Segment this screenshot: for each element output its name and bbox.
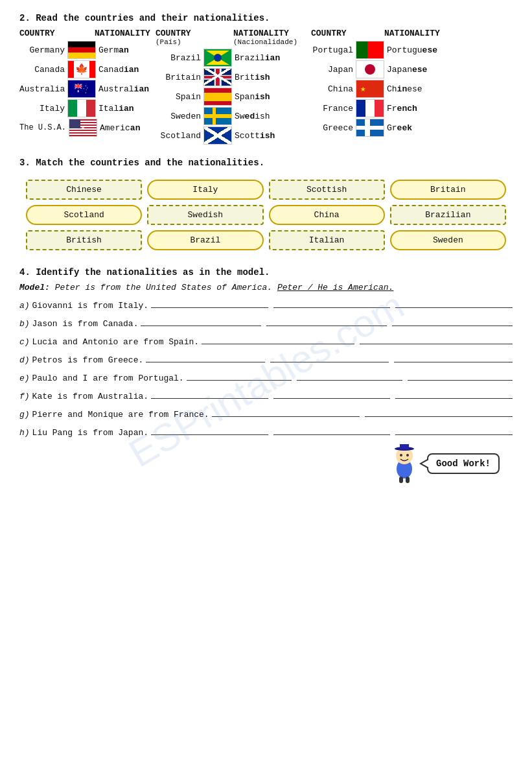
section4-title: 4. Identify the nationalities as in the … — [19, 267, 513, 278]
section3-title: 3. Match the countries and the nationali… — [19, 158, 513, 168]
country-japan: Japan — [311, 65, 353, 75]
match-item-chinese[interactable]: Chinese — [26, 180, 142, 200]
exercise-f-sentence: Kate is from Australia. — [32, 392, 148, 401]
nat-australia: Australian — [98, 84, 149, 94]
svg-rect-7 — [406, 477, 410, 483]
exercise-c: c) Lucia and Antonio are from Spain. — [19, 335, 513, 347]
match-item-scottish[interactable]: Scottish — [269, 180, 385, 200]
nat-germany: German — [98, 45, 129, 55]
nat-usa: American — [100, 123, 140, 133]
match-item-britain[interactable]: Britain — [390, 180, 506, 200]
country-canada: Canada — [19, 65, 65, 75]
exercise-d: d) Petros is from Greece. — [19, 353, 513, 365]
match-item-brazilian[interactable]: Brazilian — [390, 205, 506, 225]
exercise-c-answer[interactable] — [202, 335, 354, 344]
exercise-c-label: c) — [19, 337, 30, 347]
nat-britain: British — [235, 73, 270, 82]
col-group-2: COUNTRY NATIONALITY (País) (Nacionalidad… — [156, 29, 305, 146]
nat-spain: Spanish — [235, 92, 270, 102]
exercise-h-answer3[interactable] — [395, 426, 513, 435]
row-portugal: Portugal Portuguese — [311, 41, 454, 59]
col1-country-header: COUNTRY — [19, 29, 65, 38]
flag-brazil — [203, 49, 232, 67]
exercise-f-answer[interactable] — [151, 390, 268, 399]
flag-canada — [67, 60, 96, 78]
row-brazil: Brazil Brazilian — [156, 49, 305, 67]
country-scotland: Scotland — [156, 131, 201, 141]
exercise-g-answer[interactable] — [212, 408, 360, 417]
match-item-british[interactable]: British — [26, 230, 142, 250]
exercise-d-answer3[interactable] — [394, 353, 513, 362]
exercise-g-answer2[interactable] — [365, 408, 513, 417]
country-china: China — [311, 84, 353, 94]
good-work-text: Good Work! — [436, 458, 491, 469]
exercise-e-answer2[interactable] — [297, 372, 402, 381]
model-line: Model: Peter is from the United States o… — [19, 283, 513, 292]
section2: 2. Read the countries and their national… — [19, 13, 513, 146]
nat-canada: Canadian — [98, 65, 139, 75]
exercise-a-answer[interactable] — [151, 299, 268, 308]
flag-usa — [69, 119, 97, 137]
col3-nationality-header: NATIONALITY — [384, 29, 440, 38]
exercise-e-answer[interactable] — [187, 372, 292, 381]
col3-country-header: COUNTRY — [311, 29, 353, 38]
row-italy: Italy Italian — [19, 99, 149, 117]
flag-britain — [203, 68, 232, 86]
flag-scotland — [203, 126, 232, 145]
model-answer: Peter / He is American. — [277, 283, 393, 292]
exercise-b-answer2[interactable] — [266, 317, 387, 326]
exercise-d-label: d) — [19, 355, 30, 365]
row-france: France French — [311, 99, 454, 117]
countries-table: COUNTRY NATIONALITY Germany German Canad… — [19, 29, 513, 146]
exercise-b-answer3[interactable] — [392, 317, 513, 326]
match-item-swedish[interactable]: Swedish — [147, 205, 263, 225]
exercise-f-answer3[interactable] — [395, 390, 513, 399]
match-item-china[interactable]: China — [269, 205, 385, 225]
svg-point-5 — [406, 454, 409, 456]
country-britain: Britain — [156, 73, 201, 82]
country-brazil: Brazil — [156, 53, 201, 63]
section2-title: 2. Read the countries and their national… — [19, 13, 513, 23]
exercise-a: a) Giovanni is from Italy. — [19, 299, 513, 311]
exercise-a-label: a) — [19, 301, 30, 311]
match-item-brazil[interactable]: Brazil — [147, 230, 263, 250]
row-usa: The U.S.A. American — [19, 119, 149, 137]
nat-japan: Japanese — [387, 65, 427, 75]
exercise-d-answer2[interactable] — [270, 353, 389, 362]
exercise-a-answer3[interactable] — [395, 299, 513, 308]
exercise-g: g) Pierre and Monique are from France. — [19, 408, 513, 420]
country-australia: Australia — [19, 84, 65, 94]
exercise-h: h) Liu Pang is from Japan. — [19, 426, 513, 438]
flag-sweden — [203, 107, 232, 125]
country-sweden: Sweden — [156, 112, 201, 121]
col-group-1: COUNTRY NATIONALITY Germany German Canad… — [19, 29, 149, 146]
exercise-h-answer2[interactable] — [273, 426, 391, 435]
exercise-f-answer2[interactable] — [273, 390, 391, 399]
col3-headers: COUNTRY NATIONALITY — [311, 29, 454, 38]
match-item-scotland[interactable]: Scotland — [26, 205, 142, 225]
row-germany: Germany German — [19, 41, 149, 59]
exercise-e-answer3[interactable] — [408, 372, 513, 381]
exercise-e-sentence: Paulo and I are from Portugal. — [32, 373, 184, 383]
match-item-italian[interactable]: Italian — [269, 230, 385, 250]
nat-sweden: Swedish — [235, 112, 270, 121]
exercise-h-sentence: Liu Pang is from Japan. — [32, 428, 148, 438]
row-spain: Spain Spanish — [156, 88, 305, 106]
exercise-a-answer2[interactable] — [273, 299, 391, 308]
country-usa: The U.S.A. — [19, 123, 66, 132]
exercise-a-sentence: Giovanni is from Italy. — [32, 301, 148, 311]
exercise-b-answer[interactable] — [141, 317, 261, 326]
exercise-d-answer[interactable] — [146, 353, 264, 362]
col-group-3: COUNTRY NATIONALITY Portugal Portuguese … — [311, 29, 454, 146]
exercise-b-label: b) — [19, 319, 30, 329]
col2-headers: COUNTRY NATIONALITY (País) (Nacionalidad… — [156, 29, 305, 46]
model-sentence: Peter is from the United States of Ameri… — [55, 283, 277, 292]
exercise-c-answer2[interactable] — [360, 335, 513, 344]
nat-italy: Italian — [98, 104, 134, 113]
col1-nationality-header: NATIONALITY — [95, 29, 150, 38]
row-greece: Greece Greek — [311, 119, 454, 137]
flag-germany — [67, 41, 96, 59]
exercise-h-answer[interactable] — [151, 426, 268, 435]
match-item-italy[interactable]: Italy — [147, 180, 263, 200]
match-item-sweden[interactable]: Sweden — [390, 230, 506, 250]
